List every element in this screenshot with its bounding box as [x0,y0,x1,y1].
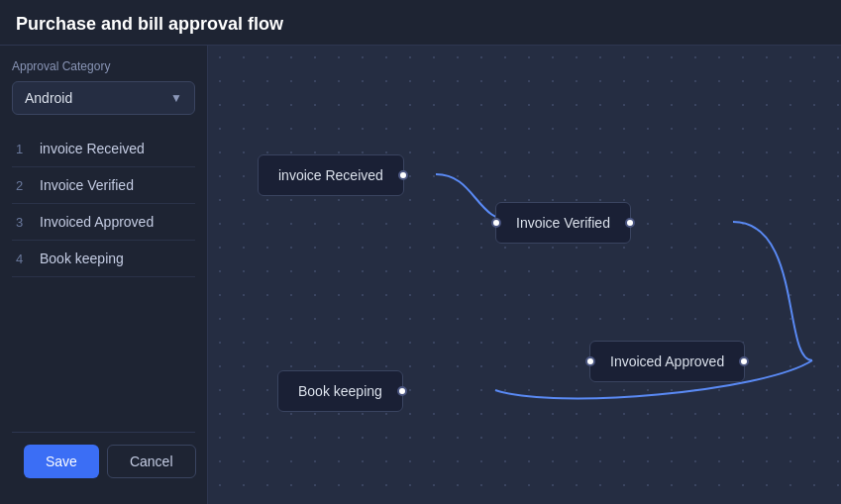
step-number: 3 [16,215,34,230]
cancel-button[interactable]: Cancel [107,445,196,478]
node-dot-left [585,356,595,366]
step-label: Book keeping [40,251,124,266]
connector-svg [208,46,841,504]
chevron-down-icon: ▼ [170,91,182,105]
node-invoice-received[interactable]: invoice Received [258,154,404,196]
node-invoice-received-label: invoice Received [278,167,383,183]
canvas-area: invoice Received Invoice Verified Invoic… [208,46,841,504]
step-label: Invoiced Approved [40,214,154,230]
node-invoice-verified-label: Invoice Verified [516,215,610,231]
node-book-keeping-label: Book keeping [298,383,382,399]
node-book-keeping[interactable]: Book keeping [277,370,403,412]
footer-buttons: Save Cancel [12,432,195,490]
step-label: invoice Received [40,141,145,156]
category-dropdown[interactable]: Android ▼ [12,81,195,115]
step-label: Invoice Verified [40,177,134,193]
save-button[interactable]: Save [24,445,99,478]
dropdown-value: Android [25,90,72,106]
node-dot-right [397,386,407,396]
sidebar: Approval Category Android ▼ 1 invoice Re… [0,46,208,504]
step-number: 1 [16,142,34,156]
step-list: 1 invoice Received 2 Invoice Verified 3 … [12,131,195,432]
node-invoiced-approved-label: Invoiced Approved [610,353,724,369]
node-dot-right [398,170,408,180]
sidebar-step-3[interactable]: 3 Invoiced Approved [12,204,195,241]
node-invoiced-approved[interactable]: Invoiced Approved [589,341,745,382]
node-dot-right [625,218,635,228]
sidebar-step-4[interactable]: 4 Book keeping [12,241,195,277]
header: Purchase and bill approval flow [0,0,841,46]
sidebar-step-2[interactable]: 2 Invoice Verified [12,167,195,204]
step-number: 2 [16,178,34,193]
node-dot-right [739,356,749,366]
sidebar-step-1[interactable]: 1 invoice Received [12,131,195,167]
main-content: Approval Category Android ▼ 1 invoice Re… [0,46,841,504]
page-title: Purchase and bill approval flow [16,14,825,35]
step-number: 4 [16,252,34,266]
node-invoice-verified[interactable]: Invoice Verified [495,202,631,244]
node-dot-left [491,218,501,228]
approval-category-label: Approval Category [12,59,195,73]
